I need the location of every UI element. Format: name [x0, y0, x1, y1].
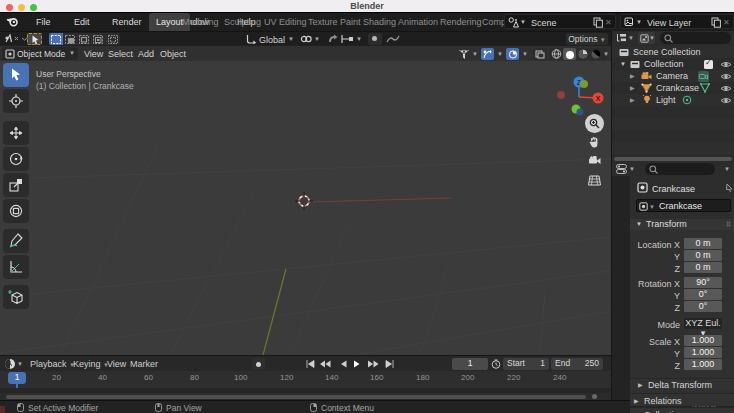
svg-text:X: X: [596, 95, 601, 102]
